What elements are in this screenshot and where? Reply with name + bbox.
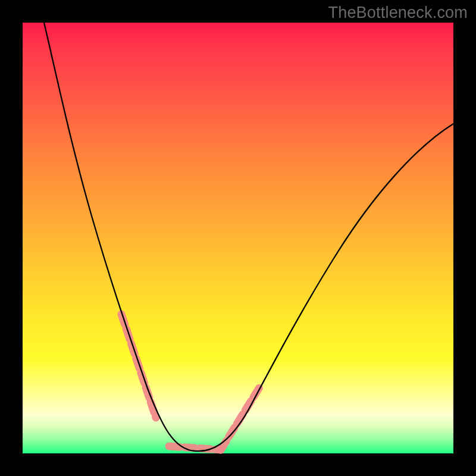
watermark-text: TheBottleneck.com <box>328 4 468 22</box>
bottleneck-curve <box>44 23 453 451</box>
left-branch-marks <box>121 314 156 418</box>
plot-area <box>23 23 453 453</box>
right-branch-marks <box>221 386 261 450</box>
chart-frame: TheBottleneck.com <box>0 0 476 476</box>
curve-layer <box>23 23 453 453</box>
